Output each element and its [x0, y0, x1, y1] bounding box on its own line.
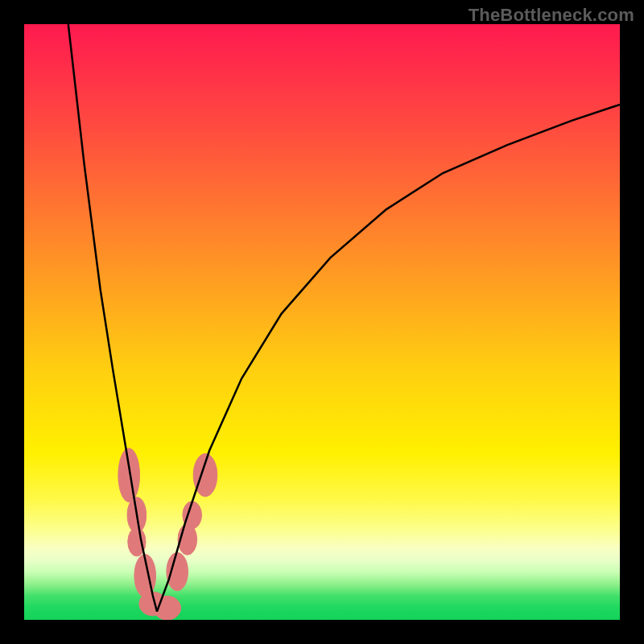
highlight-blob — [118, 448, 140, 502]
chart-overlay — [24, 24, 620, 620]
chart-frame: TheBottleneck.com — [0, 0, 644, 644]
attribution-label: TheBottleneck.com — [469, 5, 634, 26]
curve-right-branch — [157, 105, 620, 612]
highlight-blob — [167, 552, 188, 590]
plot-area — [24, 24, 620, 620]
